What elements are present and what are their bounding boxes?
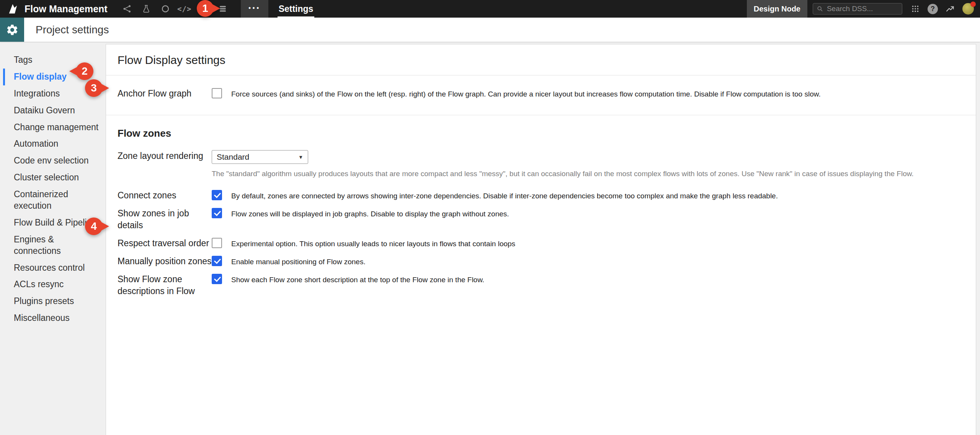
zone-layout-label: Zone layout rendering bbox=[118, 150, 212, 162]
anchor-flow-graph-label: Anchor Flow graph bbox=[118, 88, 212, 100]
zone-layout-row: Zone layout rendering Standard ▼ The "st… bbox=[106, 150, 976, 186]
show-zones-job-details-description: Flow zones will be displayed in job grap… bbox=[231, 208, 509, 219]
sidebar-item-miscellaneous[interactable]: Miscellaneous bbox=[3, 310, 104, 327]
show-zones-job-details-row: Show zones in job details Flow zones wil… bbox=[106, 204, 976, 234]
manually-position-zones-row: Manually position zones Enable manual po… bbox=[106, 252, 976, 270]
content-area: Tags Flow display Integrations Dataiku G… bbox=[0, 42, 980, 435]
annotation-badge-2: 2 bbox=[76, 62, 93, 80]
sidebar-item-containerized-execution[interactable]: Containerized execution bbox=[3, 186, 104, 214]
annotation-arrow-right bbox=[211, 3, 220, 13]
manually-position-zones-description: Enable manual positioning of Flow zones. bbox=[231, 255, 366, 267]
monitoring-circle-icon[interactable] bbox=[156, 0, 175, 18]
anchor-flow-graph-row: Anchor Flow graph Force sources (and sin… bbox=[106, 75, 976, 115]
flow-zones-heading: Flow zones bbox=[118, 128, 964, 139]
sidebar-item-resources-control[interactable]: Resources control bbox=[3, 260, 104, 276]
annotation-arrow-right bbox=[100, 221, 109, 231]
design-node-button[interactable]: Design Node bbox=[747, 0, 807, 18]
respect-traversal-order-description: Experimental option. This option usually… bbox=[231, 237, 515, 249]
respect-traversal-order-label: Respect traversal order bbox=[118, 237, 212, 249]
zone-layout-selected-value: Standard bbox=[217, 152, 249, 162]
annotation-badge-1: 1 bbox=[197, 0, 214, 17]
annotation-arrow-left bbox=[69, 66, 78, 76]
zone-layout-select[interactable]: Standard ▼ bbox=[212, 150, 308, 164]
help-icon[interactable]: ? bbox=[928, 4, 938, 14]
sidebar-item-change-management[interactable]: Change management bbox=[3, 119, 104, 136]
show-flow-zone-descriptions-checkbox[interactable] bbox=[212, 274, 222, 284]
divider bbox=[106, 115, 976, 115]
ellipsis-icon: ●●● bbox=[248, 6, 261, 10]
search-icon bbox=[817, 5, 823, 12]
lab-flask-icon[interactable] bbox=[137, 0, 156, 18]
settings-gear-icon bbox=[0, 18, 24, 42]
trend-arrow-icon[interactable] bbox=[942, 0, 958, 18]
annotation-arrow-right bbox=[100, 83, 109, 93]
sidebar-item-engines-connections[interactable]: Engines & connections bbox=[3, 231, 104, 260]
anchor-flow-graph-description: Force sources (and sinks) of the Flow on… bbox=[231, 88, 821, 100]
connect-zones-row: Connect zones By default, zones are conn… bbox=[106, 186, 976, 204]
sidebar-item-cluster-selection[interactable]: Cluster selection bbox=[3, 169, 104, 186]
app-title: Flow Management bbox=[24, 3, 108, 15]
annotation-badge-4: 4 bbox=[85, 218, 103, 235]
connect-zones-label: Connect zones bbox=[118, 190, 212, 201]
dataiku-logo-glyph bbox=[7, 3, 18, 15]
anchor-flow-graph-checkbox[interactable] bbox=[212, 88, 222, 98]
more-menu-button[interactable]: ●●● bbox=[241, 0, 268, 18]
settings-sidebar: Tags Flow display Integrations Dataiku G… bbox=[0, 42, 104, 435]
sidebar-item-automation[interactable]: Automation bbox=[3, 136, 104, 152]
connect-zones-description: By default, zones are connected by arrow… bbox=[231, 190, 778, 201]
show-flow-zone-descriptions-row: Show Flow zone descriptions in Flow Show… bbox=[106, 270, 976, 300]
connect-zones-checkbox[interactable] bbox=[212, 190, 222, 200]
navbar-right-cluster: Design Node ? bbox=[747, 0, 980, 18]
section-title: Flow Display settings bbox=[106, 44, 976, 75]
sidebar-item-plugins-presets[interactable]: Plugins presets bbox=[3, 293, 104, 310]
manually-position-zones-label: Manually position zones bbox=[118, 255, 212, 267]
page-title: Project settings bbox=[36, 24, 109, 36]
notification-dot bbox=[970, 2, 976, 7]
respect-traversal-order-row: Respect traversal order Experimental opt… bbox=[106, 234, 976, 252]
sidebar-item-acls-resync[interactable]: ACLs resync bbox=[3, 276, 104, 293]
flow-icon[interactable] bbox=[118, 0, 137, 18]
chevron-down-icon: ▼ bbox=[298, 154, 303, 160]
apps-grid-icon[interactable] bbox=[908, 0, 923, 18]
top-navbar: Flow Management </> bbox=[0, 0, 980, 18]
code-icon[interactable]: </> bbox=[175, 0, 194, 18]
annotation-badge-3: 3 bbox=[85, 79, 103, 97]
show-flow-zone-descriptions-description: Show each Flow zone short description at… bbox=[231, 273, 484, 285]
zone-layout-help: The "standard" algorithm usually produce… bbox=[212, 164, 962, 180]
tab-settings[interactable]: Settings bbox=[278, 0, 315, 18]
sidebar-item-dataiku-govern[interactable]: Dataiku Govern bbox=[3, 102, 104, 119]
dataiku-logo[interactable] bbox=[7, 3, 18, 15]
manually-position-zones-checkbox[interactable] bbox=[212, 256, 222, 266]
show-zones-job-details-checkbox[interactable] bbox=[212, 208, 222, 218]
avatar[interactable] bbox=[962, 3, 974, 15]
search-input[interactable] bbox=[826, 4, 898, 13]
respect-traversal-order-checkbox[interactable] bbox=[212, 238, 222, 248]
show-zones-job-details-label: Show zones in job details bbox=[118, 208, 212, 231]
show-flow-zone-descriptions-label: Show Flow zone descriptions in Flow bbox=[118, 273, 212, 297]
page-header: Project settings bbox=[0, 18, 980, 42]
search-box[interactable] bbox=[813, 3, 902, 15]
settings-card: Flow Display settings Anchor Flow graph … bbox=[106, 44, 976, 435]
sidebar-item-code-env-selection[interactable]: Code env selection bbox=[3, 152, 104, 169]
